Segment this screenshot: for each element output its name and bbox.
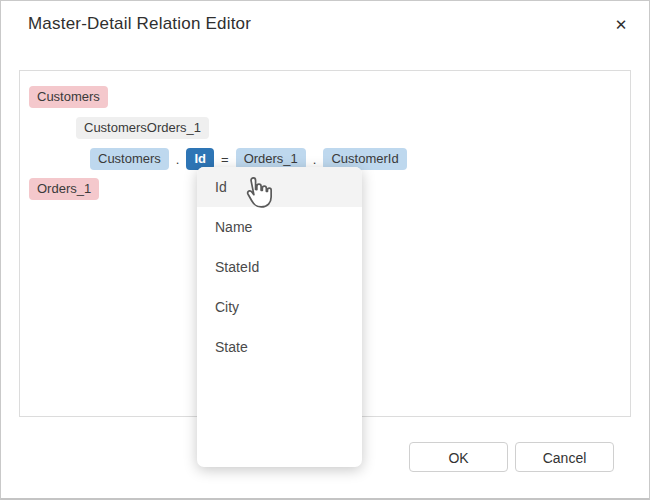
relation-name-badge[interactable]: CustomersOrders_1 — [76, 117, 209, 139]
master-table-badge[interactable]: Customers — [29, 86, 108, 108]
equals-sign: = — [221, 152, 229, 167]
dropdown-item-state[interactable]: State — [197, 327, 362, 367]
dropdown-item-id[interactable]: Id — [197, 167, 362, 207]
ok-button[interactable]: OK — [409, 442, 508, 472]
dropdown-item-stateid[interactable]: StateId — [197, 247, 362, 287]
dialog-title: Master-Detail Relation Editor — [28, 14, 251, 34]
dropdown-item-name[interactable]: Name — [197, 207, 362, 247]
detail-table-badge[interactable]: Orders_1 — [29, 178, 99, 200]
dropdown-item-city[interactable]: City — [197, 287, 362, 327]
cancel-button[interactable]: Cancel — [515, 442, 614, 472]
close-icon[interactable]: ✕ — [609, 13, 633, 37]
dot-separator: . — [313, 152, 317, 167]
field-dropdown-list: Id Name StateId City State — [197, 167, 362, 467]
relation-master-table-badge[interactable]: Customers — [90, 148, 169, 170]
dot-separator: . — [176, 152, 180, 167]
master-detail-relation-editor-dialog: Master-Detail Relation Editor ✕ Customer… — [0, 0, 650, 500]
